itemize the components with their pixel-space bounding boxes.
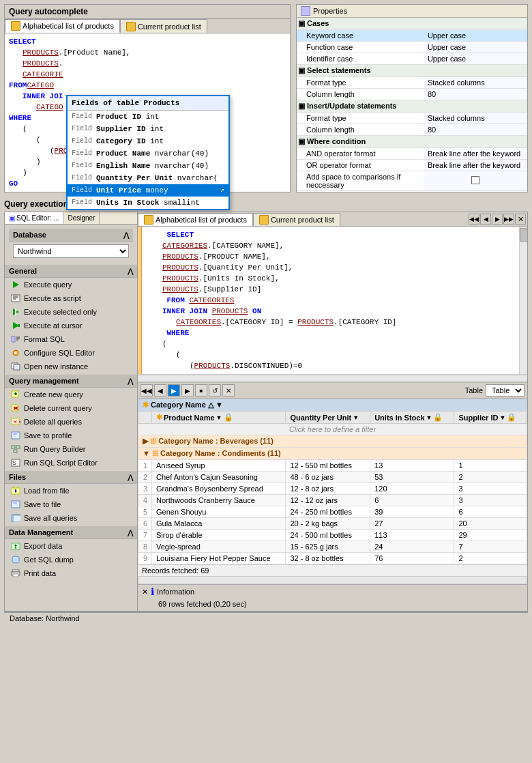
results-horizontal-scrollbar[interactable] (138, 576, 527, 584)
sql-formatter-panel: Properties ▣ Cases Keyword case Upper ca… (296, 4, 528, 192)
tab-alphabetical[interactable]: Alphabetical list of products (5, 19, 120, 33)
sidebar-execute-script[interactable]: Execute as script (5, 291, 137, 305)
vertical-scrollbar[interactable] (519, 227, 527, 374)
sidebar-save-all[interactable]: Save all queries (5, 511, 137, 525)
nav-tab-designer[interactable]: Designer (63, 212, 100, 224)
sidebar-sql-dump[interactable]: Get SQL dump (5, 553, 137, 566)
tab-nav-left-left[interactable]: ◀◀ (469, 214, 479, 225)
database-select[interactable]: Northwind (13, 244, 129, 258)
content-tab-current[interactable]: Current product list (253, 213, 340, 226)
select-format-row[interactable]: Format type Stacked columns (297, 77, 527, 89)
tab-nav-buttons: ◀◀ ◀ ▶ ▶▶ ✕ (467, 212, 527, 226)
insert-column-length-row[interactable]: Column length 80 (297, 124, 527, 136)
sidebar-execute-query[interactable]: Execute query (5, 278, 137, 291)
sidebar-run-qb[interactable]: Run Query Builder (5, 442, 137, 456)
sql-content: SELECT CATEGORIES.[CATEGORY NAME], PRODU… (149, 229, 523, 371)
records-bar: Records fetched: 69 (138, 564, 527, 576)
save-all-icon (10, 513, 21, 523)
ac-row-2[interactable]: Field Supplier ID int (68, 123, 228, 135)
table-row[interactable]: 3 Grandma's Boysenberry Spread 12 - 8 oz… (138, 483, 527, 495)
supplier-header[interactable]: Supplier ID ▼ 🔒 (454, 412, 527, 424)
ac-row-4[interactable]: Field Product Name nvarchar(40) (68, 147, 228, 160)
query-management-header[interactable]: Query management ⋀ (5, 375, 137, 388)
database-chevron[interactable]: ⋀ (123, 231, 129, 239)
group-condiments[interactable]: ▼ ⊟ Category Name : Condiments (11) (138, 448, 527, 460)
sidebar-open-instance[interactable]: Open new instance (5, 360, 137, 373)
files-section-header[interactable]: Files ⋀ (5, 471, 137, 484)
config-icon (10, 348, 21, 358)
sidebar-execute-selected[interactable]: Execute selected only (5, 305, 137, 319)
table-row[interactable]: 4 Northwoods Cranberry Sauce 12 - 12 oz … (138, 495, 527, 506)
function-case-row[interactable]: Function case Upper case (297, 42, 527, 53)
ac-row-7[interactable]: Field Unit Price money ↗ (68, 184, 228, 197)
view-dropdown[interactable]: Table Grid (486, 384, 524, 397)
filter-row[interactable]: Click here to define a filter (138, 424, 527, 435)
svg-marker-0 (13, 281, 19, 288)
data-management-header[interactable]: Data Management ⋀ (5, 526, 137, 539)
add-space-checkbox[interactable] (471, 176, 479, 184)
table-row[interactable]: 6 Gula Malacca 20 - 2 kg bags 27 20 (138, 518, 527, 530)
ac-row-5[interactable]: Field English Name nvarchar(40) (68, 160, 228, 172)
sidebar-print[interactable]: Print data (5, 566, 137, 580)
sidebar-load-file[interactable]: Load from file (5, 484, 137, 498)
sidebar-delete-all[interactable]: ✕✕ Delete all queries (5, 415, 137, 429)
tab-nav-right[interactable]: ▶ (492, 214, 503, 225)
scrollbar-thumb[interactable] (520, 228, 527, 242)
format-icon (10, 334, 21, 344)
table-row[interactable]: 5 Genen Shouyu 24 - 250 ml bottles 39 6 (138, 506, 527, 518)
sidebar-run-script-editor[interactable]: S Run SQL Script Editor (5, 456, 137, 470)
category-name-header[interactable]: ✱ Category Name △ ▼ (138, 399, 527, 412)
nav-refresh-btn[interactable]: ↺ (209, 384, 221, 397)
table-row[interactable]: 1 Aniseed Syrup 12 - 550 ml bottles 13 1 (138, 460, 527, 472)
sidebar-delete-query[interactable]: Delete current query (5, 401, 137, 415)
general-section-header[interactable]: General ⋀ (5, 265, 137, 278)
add-space-row[interactable]: Add space to comparisons if neccessary (297, 171, 527, 191)
query-autocomplete-title: Query autocomplete (5, 5, 290, 19)
ac-row-3[interactable]: Field Category ID int (68, 135, 228, 147)
content-area: Alphabetical list of products Current pr… (138, 212, 527, 611)
nav-prev-btn[interactable]: ◀ (154, 384, 166, 397)
sidebar-export-data[interactable]: Export data (5, 539, 137, 553)
ac-row-6[interactable]: Field Quantity Per Unit nvarchar( (68, 172, 228, 184)
svg-rect-40 (13, 515, 20, 522)
ac-row-1[interactable]: Field Product ID int (68, 111, 228, 123)
sidebar-save-file[interactable]: Save to file (5, 498, 137, 511)
group-beverages[interactable]: ▶ ⊞ Category Name : Beverages (11) (138, 435, 527, 448)
sidebar-create-query[interactable]: Create new query (5, 388, 137, 401)
tab-current-product[interactable]: Current product list (120, 19, 207, 33)
stock-header[interactable]: Units In Stock ▼ 🔒 (370, 412, 454, 424)
tab-nav-left[interactable]: ◀ (480, 214, 491, 225)
data-management-section: Data Management ⋀ Export data Get SQL du… (5, 526, 137, 580)
keyword-case-row[interactable]: Keyword case Upper case (297, 30, 527, 42)
table-row[interactable]: 2 Chef Anton's Cajun Seasoning 48 - 6 oz… (138, 472, 527, 483)
sql-editor-area[interactable]: SELECT CATEGORIES.[CATEGORY NAME], PRODU… (138, 227, 527, 375)
nav-stop-btn[interactable]: ✕ (222, 384, 235, 397)
horizontal-scrollbar[interactable] (138, 375, 527, 383)
identifier-case-row[interactable]: Identifier case Upper case (297, 53, 527, 65)
sidebar-format-sql[interactable]: Format SQL (5, 332, 137, 346)
tab-nav-right-right[interactable]: ▶▶ (503, 214, 514, 225)
table-row[interactable]: 8 Vegie-spread 15 - 625 g jars 24 7 (138, 541, 527, 553)
nav-last-btn[interactable]: ■ (195, 384, 207, 397)
insert-format-row[interactable]: Format type Stacked columns (297, 113, 527, 124)
nav-tab-sql-editor[interactable]: ▣ SQL Editor: ... (5, 212, 63, 224)
close-panel-button[interactable]: ✕ (515, 214, 526, 225)
nav-first-btn[interactable]: ◀◀ (141, 384, 153, 397)
sidebar-save-profile[interactable]: Save to profile (5, 429, 137, 442)
table-row[interactable]: 9 Louisiana Fiery Hot Pepper Sauce 32 - … (138, 553, 527, 564)
nav-next-btn[interactable]: ▶ (181, 384, 194, 397)
sidebar-configure-editor[interactable]: Configure SQL Editor (5, 346, 137, 360)
select-column-length-row[interactable]: Column length 80 (297, 89, 527, 100)
product-name-header[interactable]: ✱ Product Name ▼ 🔒 (152, 412, 286, 424)
nav-tab-strip: ▣ SQL Editor: ... Designer (5, 212, 137, 225)
results-toolbar: ◀◀ ◀ ▶ ▶ ■ ↺ ✕ Table Table Grid (138, 383, 527, 399)
nav-play-btn[interactable]: ▶ (168, 384, 180, 397)
table-row[interactable]: 7 Sirop d'érable 24 - 500 ml bottles 113… (138, 530, 527, 541)
ac-row-8[interactable]: Field Units In Stock smallint (68, 197, 228, 209)
sql-gutter-marker (138, 227, 142, 374)
and-format-row[interactable]: AND operator format Break line after the… (297, 148, 527, 160)
or-format-row[interactable]: OR operator format Break line after the … (297, 160, 527, 171)
sidebar-execute-cursor[interactable]: Execute at cursor (5, 319, 137, 332)
content-tab-alphabetical[interactable]: Alphabetical list of products (138, 213, 253, 226)
qty-header[interactable]: Quantity Per Unit ▼ (286, 412, 370, 424)
